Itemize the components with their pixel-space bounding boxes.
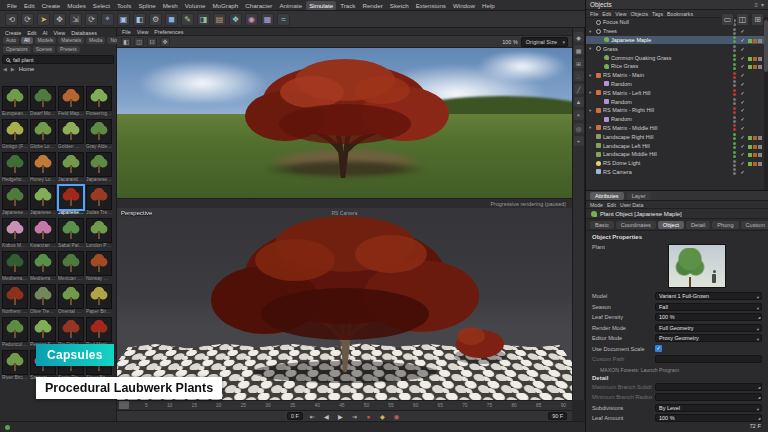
program-note[interactable]: MAXON Forests: Launch Program xyxy=(586,365,768,374)
visibility-dots[interactable] xyxy=(733,116,737,123)
menubar-item[interactable]: Track xyxy=(337,1,358,10)
object-tree-item[interactable]: Landscape Middle Hill xyxy=(586,150,764,159)
visibility-dots[interactable] xyxy=(733,45,737,52)
enable-checkbox[interactable] xyxy=(739,81,746,87)
enable-checkbox[interactable] xyxy=(739,63,746,69)
visibility-dots[interactable] xyxy=(733,72,737,79)
enable-checkbox[interactable] xyxy=(739,125,746,131)
menubar-item[interactable]: Create xyxy=(39,1,64,10)
object-tags[interactable] xyxy=(748,64,764,68)
object-tags[interactable] xyxy=(748,91,764,95)
asset-item[interactable]: Kobus Magnolia (Fall Plant) xyxy=(2,218,28,249)
asset-filter-chip[interactable]: All xyxy=(21,37,32,44)
visibility-dots[interactable] xyxy=(733,107,737,114)
asset-browser-menu-item[interactable]: Edit xyxy=(25,30,38,36)
asset-item[interactable]: River Birch (Fall Plant) xyxy=(2,350,28,381)
attribute-tab[interactable]: Coordinates xyxy=(616,221,656,229)
panel-menu-icon[interactable]: ≡ xyxy=(754,2,758,8)
menubar-item[interactable]: Sketch xyxy=(387,1,412,10)
object-tags[interactable] xyxy=(748,135,764,139)
play-button[interactable]: ▶ xyxy=(335,413,346,420)
enable-checkbox[interactable] xyxy=(739,169,746,175)
asset-filter-chip[interactable]: Scenes xyxy=(33,46,55,53)
search-input[interactable]: fall plant xyxy=(2,55,114,64)
menubar-item[interactable]: Window xyxy=(450,1,478,10)
layout-split-view-icon[interactable]: ◫ xyxy=(736,13,749,26)
asset-item[interactable]: Kwanzan Cherry (Fall Plant) xyxy=(30,218,56,249)
asset-browser-menu-item[interactable]: AI xyxy=(40,30,49,36)
snap-settings-icon[interactable]: + xyxy=(574,136,584,146)
menubar-item[interactable]: Extensions xyxy=(413,1,449,10)
visibility-dots[interactable] xyxy=(733,89,737,96)
object-tags[interactable] xyxy=(748,38,764,42)
object-manager-menu-item[interactable]: View xyxy=(615,11,626,17)
branch-subdiv-field[interactable] xyxy=(655,383,762,391)
subdivision-surface-icon[interactable]: ◨ xyxy=(197,13,210,26)
object-tree-item[interactable]: RS Matrix - Right Hill xyxy=(586,106,764,115)
menubar-item[interactable]: Tools xyxy=(114,1,134,10)
simulation-icon[interactable]: ≈ xyxy=(277,13,290,26)
primitive-cube-icon[interactable]: ◼ xyxy=(165,13,178,26)
asset-item[interactable]: Judas Tree (Fall Plant) xyxy=(86,185,112,216)
asset-item[interactable]: Japanese Maple (Fall Plant) xyxy=(58,185,84,216)
asset-item[interactable]: Ginkgo (Fall Plant) xyxy=(2,119,28,150)
model-dropdown[interactable]: Variant 1 Full-Grown xyxy=(655,292,762,300)
subdivisions-dropdown[interactable]: By Level xyxy=(655,404,762,412)
asset-item[interactable]: Paper Birch (Fall Plant) xyxy=(86,284,112,315)
timeline-ruler[interactable]: 051015202530354045505560657075808590 xyxy=(117,400,572,410)
asset-item[interactable]: Mediterranean Capsule (Fall Plant) xyxy=(30,251,56,282)
menubar-item[interactable]: MoGraph xyxy=(209,1,241,10)
custom-button[interactable]: Custom xyxy=(741,221,768,229)
rotate-tool-icon[interactable]: ⟳ xyxy=(85,13,98,26)
object-manager-menu-item[interactable]: File xyxy=(590,11,598,17)
render-view-icon[interactable]: ▣ xyxy=(117,13,130,26)
scale-tool-icon[interactable]: ⇲ xyxy=(69,13,82,26)
record-button[interactable]: ● xyxy=(363,413,374,420)
object-tree-item[interactable]: RS Dome Light xyxy=(586,159,764,168)
visibility-dots[interactable] xyxy=(733,151,737,158)
object-tree-item[interactable]: Random xyxy=(586,115,764,124)
asset-item[interactable]: Sabal Palm (Fall Plant) xyxy=(58,218,84,249)
menubar-item[interactable]: Mesh xyxy=(160,1,181,10)
menubar-item[interactable]: Select xyxy=(90,1,113,10)
coordinate-system-icon[interactable]: ⌖ xyxy=(101,13,114,26)
asset-item[interactable]: Field Maple (Fall Maple) xyxy=(58,86,84,117)
render-to-picture-viewer-icon[interactable]: ◧ xyxy=(133,13,146,26)
visibility-dots[interactable] xyxy=(733,168,737,175)
live-selection-icon[interactable]: ➤ xyxy=(37,13,50,26)
asset-item[interactable]: Honey Locust (Fall Plant) xyxy=(30,152,56,183)
leaf-amount-field[interactable]: 100 % xyxy=(655,414,762,422)
expand-arrow-icon[interactable] xyxy=(589,125,594,130)
visibility-dots[interactable] xyxy=(733,54,737,61)
visibility-dots[interactable] xyxy=(733,133,737,140)
object-tags[interactable] xyxy=(748,126,764,130)
attribute-menu-item[interactable]: User Data xyxy=(620,202,643,208)
asset-browser-menu-item[interactable]: Databases xyxy=(69,30,99,36)
menubar-item[interactable]: Modes xyxy=(64,1,89,10)
spline-pen-icon[interactable]: ✎ xyxy=(181,13,194,26)
asset-item[interactable]: Hedgehog Agave (Fall Plant) xyxy=(2,152,28,183)
object-tree-item[interactable]: Landscape Left Hill xyxy=(586,141,764,150)
object-tree-item[interactable]: Japanese Maple xyxy=(586,36,764,45)
visibility-dots[interactable] xyxy=(733,124,737,131)
menubar-item[interactable]: Spline xyxy=(135,1,158,10)
volume-builder-icon[interactable]: ▦ xyxy=(261,13,274,26)
viewport-label[interactable]: Perspective xyxy=(121,210,152,216)
model-mode-icon[interactable]: ◆ xyxy=(574,32,584,42)
render-view-menu-item[interactable]: Preferences xyxy=(152,29,185,35)
object-tags[interactable] xyxy=(748,56,764,60)
attribute-menu-item[interactable]: Edit xyxy=(607,202,616,208)
texture-mode-icon[interactable]: ▦ xyxy=(574,45,584,55)
attribute-menu-item[interactable]: Mode xyxy=(590,202,603,208)
attribute-tab[interactable]: Phong xyxy=(712,221,738,229)
edges-mode-icon[interactable]: ╱ xyxy=(574,84,584,94)
asset-filter-chip[interactable]: Auto xyxy=(3,37,19,44)
keyframe-button[interactable]: ◆ xyxy=(377,413,388,420)
enable-checkbox[interactable] xyxy=(739,134,746,140)
layout-quad-view-icon[interactable]: ⊞ xyxy=(751,13,764,26)
render-view-menu-item[interactable]: View xyxy=(135,29,151,35)
zoom-fit-icon[interactable]: ⊡ xyxy=(147,37,157,47)
leaf-density-field[interactable]: 100 % xyxy=(655,313,762,321)
season-dropdown[interactable]: Fall xyxy=(655,303,762,311)
workplane-mode-icon[interactable]: ⊞ xyxy=(574,58,584,68)
